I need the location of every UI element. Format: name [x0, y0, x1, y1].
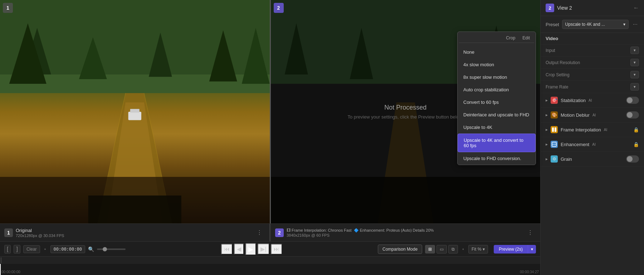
- left-panel-menu[interactable]: ⋮: [254, 228, 265, 237]
- timeline-track[interactable]: 00:00:00:00 00:00:34:27: [0, 264, 540, 275]
- preview-btn[interactable]: Preview (2s): [494, 245, 528, 254]
- frame-back-btn[interactable]: ◀: [234, 243, 244, 255]
- left-info-text: Original 720x1280px @ 30.034 FPS: [16, 228, 64, 238]
- motion-deblur-toggle[interactable]: [626, 111, 639, 119]
- frame-interpolation-ai-badge: AI: [604, 128, 607, 132]
- grain-row: ▸ ⚙ Grain: [541, 152, 644, 167]
- left-video-panel: 1: [0, 0, 270, 223]
- timeline-ruler: [0, 257, 540, 264]
- frame-rate-dropdown[interactable]: ▾: [630, 83, 639, 91]
- enhancement-lock: 🔒: [633, 142, 639, 147]
- right-panel-resolution: 3840x2160px @ 60 FPS: [287, 233, 434, 237]
- crop-setting-row: Crop Setting ▾: [541, 69, 644, 81]
- grain-name: Grain: [561, 156, 572, 162]
- input-dropdown[interactable]: ▾: [630, 47, 639, 54]
- stacked-btn[interactable]: ▭: [436, 245, 447, 254]
- motion-deblur-name: Motion Deblur: [561, 112, 590, 118]
- stabilization-toggle[interactable]: [626, 97, 639, 104]
- side-by-side-btn[interactable]: ⊞: [425, 245, 435, 254]
- info-bars: 1 Original 720x1280px @ 30.034 FPS ⋮ 2 🎞…: [0, 223, 540, 241]
- stabilization-name: Stabilization: [561, 98, 586, 103]
- go-to-end-btn[interactable]: ⏭: [271, 244, 282, 255]
- crop-setting-dropdown[interactable]: ▾: [630, 71, 639, 78]
- enhancement-expand[interactable]: ▸: [546, 142, 548, 147]
- enhancement-row: ▸ Enhancement AI 🔒: [541, 137, 644, 152]
- preview-button-group: Preview (2s) ▾: [494, 245, 536, 254]
- zoom-handle[interactable]: [103, 247, 107, 251]
- grain-expand[interactable]: ▸: [546, 156, 548, 161]
- enhancement-name: Enhancement: [561, 142, 589, 147]
- time-display: 00:00:00:00: [50, 245, 85, 253]
- zoom-search-icon[interactable]: 🔍: [88, 246, 94, 252]
- left-panel-title: Original: [16, 228, 64, 233]
- clear-btn[interactable]: Clear: [23, 245, 40, 253]
- sidebar-collapse-btn[interactable]: ←: [633, 5, 639, 11]
- motion-deblur-ai-badge: AI: [592, 113, 596, 117]
- timeline-progress-bar: [0, 264, 1, 275]
- crop-setting-label: Crop Setting: [546, 72, 578, 77]
- controls-bar: [ ] Clear • 00:00:00:00 🔍 ⏮ ◀ ▶ ▶| ⏭ Com…: [0, 241, 540, 256]
- svg-rect-12: [128, 112, 141, 120]
- grain-toggle-handle: [627, 156, 633, 162]
- grain-icon: ⚙: [551, 155, 558, 163]
- bracket-open-btn[interactable]: [: [4, 245, 11, 254]
- preset-more-btn[interactable]: ···: [631, 20, 639, 29]
- transport-controls: ⏮ ◀ ▶ ▶| ⏭: [221, 243, 282, 255]
- left-panel-number: 1: [4, 228, 13, 237]
- preview-dropdown-btn[interactable]: ▾: [528, 245, 536, 254]
- pip-btn[interactable]: ⧉: [448, 245, 458, 254]
- frame-rate-row: Frame Rate ▾: [541, 81, 644, 93]
- frame-interpolation-name: Frame Interpolation: [561, 127, 601, 132]
- play-btn[interactable]: ▶: [245, 243, 256, 255]
- svg-rect-23: [552, 127, 554, 132]
- zoom-slider[interactable]: [97, 249, 126, 250]
- frame-interpolation-lock: 🔒: [633, 127, 639, 132]
- right-sidebar: 2 View 2 ← Preset Upscale to 4K and ... …: [540, 0, 644, 275]
- preset-label: Preset: [546, 22, 559, 27]
- timeline-end-label: 00:00:34:27: [520, 270, 539, 274]
- view-title: View 2: [557, 5, 572, 11]
- grain-toggle[interactable]: [626, 155, 639, 163]
- motion-deblur-row: ▸ 🎨 Motion Deblur AI: [541, 108, 644, 122]
- right-frame-interpolation-tag: 🎞 Frame Interpolation: Chronos Fast: [287, 228, 352, 233]
- video-section-title: Video: [546, 36, 558, 41]
- panel-divider[interactable]: [270, 0, 271, 223]
- svg-rect-24: [555, 127, 556, 132]
- output-resolution-dropdown[interactable]: ▾: [630, 59, 639, 66]
- comparison-mode-btn[interactable]: Comparison Mode: [378, 245, 422, 254]
- stabilization-toggle-handle: [627, 97, 633, 103]
- right-panel-badge: 2: [274, 3, 284, 13]
- right-enhancement-tag: 🔷 Enhancement: Proteus (Auto) Details 20…: [354, 228, 434, 233]
- fit-dropdown[interactable]: Fit % ▾: [468, 245, 488, 254]
- timeline: 00:00:00:00 00:00:34:27: [0, 256, 540, 275]
- bracket-close-btn[interactable]: ]: [14, 245, 20, 254]
- frame-rate-label: Frame Rate: [546, 85, 578, 90]
- not-processed-overlay: Not Processed To preview your settings, …: [347, 104, 463, 120]
- video-section: Video: [541, 33, 644, 44]
- motion-deblur-toggle-handle: [627, 112, 633, 118]
- output-resolution-row: Output Resolution ▾: [541, 57, 644, 69]
- view-number-badge: 2: [546, 4, 554, 12]
- enhancement-icon: [551, 141, 558, 148]
- frame-interpolation-icon: [551, 126, 558, 133]
- svg-rect-22: [271, 177, 541, 223]
- motion-deblur-expand[interactable]: ▸: [546, 112, 548, 117]
- svg-rect-13: [130, 109, 140, 112]
- stabilization-expand[interactable]: ▸: [546, 98, 548, 103]
- svg-rect-15: [88, 196, 181, 223]
- frame-interpolation-expand[interactable]: ▸: [546, 127, 548, 132]
- go-to-start-btn[interactable]: ⏮: [221, 244, 233, 255]
- right-panel-number: 2: [275, 228, 284, 237]
- frame-fwd-btn[interactable]: ▶|: [258, 243, 269, 255]
- output-resolution-label: Output Resolution: [546, 60, 580, 65]
- left-panel-resolution: 720x1280px @ 30.034 FPS: [16, 233, 64, 238]
- motion-deblur-icon: 🎨: [551, 111, 558, 119]
- stabilization-icon: 🎯: [551, 97, 558, 104]
- stabilization-ai-badge: AI: [589, 98, 592, 102]
- timeline-start-label: 00:00:00:00: [1, 270, 20, 274]
- right-info-tags: 🎞 Frame Interpolation: Chronos Fast 🔷 En…: [287, 228, 434, 233]
- preset-dropdown[interactable]: Upscale to 4K and ... ▾: [562, 20, 629, 29]
- right-panel-menu[interactable]: ⋮: [525, 228, 536, 237]
- left-panel-badge: 1: [3, 3, 13, 13]
- enhancement-ai-badge: AI: [592, 143, 595, 146]
